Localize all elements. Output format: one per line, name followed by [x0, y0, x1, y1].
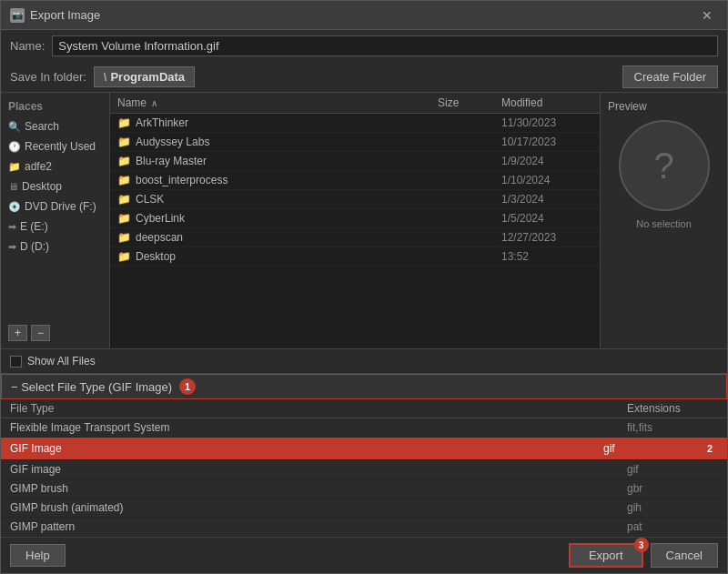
- folder-icon: 📁: [117, 155, 131, 167]
- main-area: Places 🔍 Search 🕐 Recently Used 📁 adfe2 …: [1, 93, 727, 348]
- file-type-badge: 1: [179, 378, 196, 395]
- title-bar: 📷 Export Image ✕: [1, 1, 727, 30]
- place-dvd-drive[interactable]: 💿 DVD Drive (F:): [1, 196, 109, 217]
- folder-label: Save In folder:: [10, 70, 86, 84]
- create-folder-button[interactable]: Create Folder: [622, 65, 718, 88]
- clock-icon: 🕐: [8, 141, 21, 153]
- file-row[interactable]: 📁 Audyssey Labs 10/17/2023: [110, 133, 600, 152]
- export-badge: 3: [634, 538, 649, 552]
- file-type-row-gif[interactable]: GIF image gif: [1, 460, 727, 479]
- file-type-row-gbr[interactable]: GIMP brush gbr: [1, 479, 727, 498]
- file-type-row-gih[interactable]: GIMP brush (animated) gih: [1, 498, 727, 518]
- place-desktop[interactable]: 🖥 Desktop: [1, 176, 109, 196]
- place-desktop-label: Desktop: [22, 180, 62, 193]
- place-dvd-label: DVD Drive (F:): [25, 200, 96, 213]
- ft-col-ext-header: Extensions: [627, 402, 718, 415]
- title-bar-left: 📷 Export Image: [10, 8, 100, 23]
- folder-icon: 📁: [117, 231, 131, 244]
- folder-icon-adfe2: 📁: [8, 161, 21, 173]
- show-all-label: Show All Files: [27, 355, 96, 368]
- file-row[interactable]: 📁 deepscan 12/27/2023: [110, 228, 600, 247]
- place-e-drive[interactable]: ➡ E (E:): [1, 217, 109, 237]
- folder-icon: 📁: [117, 250, 131, 263]
- folder-icon: 📁: [117, 212, 131, 225]
- places-actions: + −: [1, 321, 109, 345]
- export-image-dialog: 📷 Export Image ✕ Name: Save In folder: \…: [0, 0, 728, 574]
- file-type-header[interactable]: − Select File Type (GIF Image) 1: [1, 374, 727, 399]
- preview-label: Preview: [608, 100, 647, 113]
- places-panel: Places 🔍 Search 🕐 Recently Used 📁 adfe2 …: [1, 93, 110, 348]
- col-header-modified[interactable]: Modified: [501, 96, 592, 109]
- folder-icon: 📁: [117, 116, 131, 129]
- arrow-icon-d: ➡: [8, 241, 16, 253]
- folder-icon: 📁: [117, 193, 131, 206]
- help-button[interactable]: Help: [10, 544, 66, 567]
- folder-name: ProgramData: [110, 70, 185, 84]
- file-list: 📁 ArkThinker 11/30/2023 📁 Audyssey Labs …: [110, 114, 600, 348]
- action-buttons: Export 3 Cancel: [569, 543, 718, 568]
- file-type-row-pat[interactable]: GIMP pattern pat: [1, 518, 727, 537]
- name-row: Name:: [1, 30, 727, 62]
- export-button[interactable]: Export 3: [569, 543, 643, 568]
- search-icon: 🔍: [8, 121, 21, 133]
- place-adfe2-label: adfe2: [25, 160, 52, 173]
- place-search[interactable]: 🔍 Search: [1, 116, 109, 136]
- place-e-label: E (E:): [20, 220, 48, 233]
- path-separator: \: [104, 70, 107, 84]
- name-label: Name:: [10, 39, 45, 53]
- file-table-header: Name ∧ Size Modified: [110, 93, 600, 114]
- file-type-row-gif-image[interactable]: GIF Image gif 2: [1, 438, 727, 460]
- question-icon: ?: [653, 146, 673, 186]
- dialog-icon: 📷: [10, 8, 25, 23]
- file-type-table: File Type Extensions Flexible Image Tran…: [1, 399, 727, 537]
- cancel-button[interactable]: Cancel: [651, 543, 718, 568]
- gif-image-badge: 2: [702, 440, 718, 457]
- file-type-row-fits[interactable]: Flexible Image Transport System fit,fits: [1, 418, 727, 438]
- add-place-button[interactable]: +: [8, 325, 27, 341]
- file-panel: Name ∧ Size Modified 📁 ArkThinker 11/30/…: [110, 93, 600, 348]
- places-header: Places: [1, 96, 109, 116]
- folder-path[interactable]: \ ProgramData: [94, 66, 195, 87]
- file-row[interactable]: 📁 ArkThinker 11/30/2023: [110, 114, 600, 133]
- arrow-icon-e: ➡: [8, 221, 16, 233]
- place-d-drive[interactable]: ➡ D (D:): [1, 237, 109, 257]
- place-recently-used[interactable]: 🕐 Recently Used: [1, 136, 109, 156]
- file-row[interactable]: 📁 CyberLink 1/5/2024: [110, 209, 600, 228]
- no-selection-text: No selection: [636, 218, 692, 229]
- place-d-label: D (D:): [20, 240, 49, 253]
- file-row[interactable]: 📁 boost_interprocess 1/10/2024: [110, 171, 600, 190]
- folder-row: Save In folder: \ ProgramData Create Fol…: [1, 62, 727, 93]
- show-all-checkbox[interactable]: [10, 356, 22, 368]
- preview-box: ?: [619, 120, 710, 211]
- desktop-icon: 🖥: [8, 181, 18, 192]
- action-row: Help Export 3 Cancel: [1, 537, 727, 573]
- close-button[interactable]: ✕: [696, 6, 718, 25]
- sort-arrow: ∧: [151, 98, 157, 108]
- place-recently-used-label: Recently Used: [25, 140, 96, 153]
- col-header-size[interactable]: Size: [438, 96, 501, 109]
- file-name-arkthinker: 📁 ArkThinker: [117, 116, 438, 129]
- bottom-area: Show All Files − Select File Type (GIF I…: [1, 348, 727, 573]
- dialog-title: Export Image: [30, 8, 100, 22]
- file-type-section: − Select File Type (GIF Image) 1 File Ty…: [1, 373, 727, 537]
- folder-icon: 📁: [117, 174, 131, 186]
- file-row[interactable]: 📁 Desktop 13:52: [110, 247, 600, 267]
- file-type-table-header: File Type Extensions: [1, 399, 727, 418]
- filename-input[interactable]: [52, 35, 718, 56]
- col-header-name[interactable]: Name ∧: [117, 96, 438, 109]
- file-type-list: Flexible Image Transport System fit,fits…: [1, 418, 727, 537]
- file-row[interactable]: 📁 Blu-ray Master 1/9/2024: [110, 152, 600, 171]
- place-search-label: Search: [25, 120, 59, 133]
- file-row[interactable]: 📁 CLSK 1/3/2024: [110, 190, 600, 209]
- show-all-row: Show All Files: [1, 349, 727, 373]
- dvd-icon: 💿: [8, 201, 21, 213]
- remove-place-button[interactable]: −: [31, 325, 50, 341]
- place-adfe2[interactable]: 📁 adfe2: [1, 156, 109, 176]
- folder-icon: 📁: [117, 136, 131, 148]
- ft-col-type-header: File Type: [10, 402, 627, 415]
- file-type-header-text: − Select File Type (GIF Image): [11, 380, 172, 394]
- preview-panel: Preview ? No selection: [600, 93, 727, 348]
